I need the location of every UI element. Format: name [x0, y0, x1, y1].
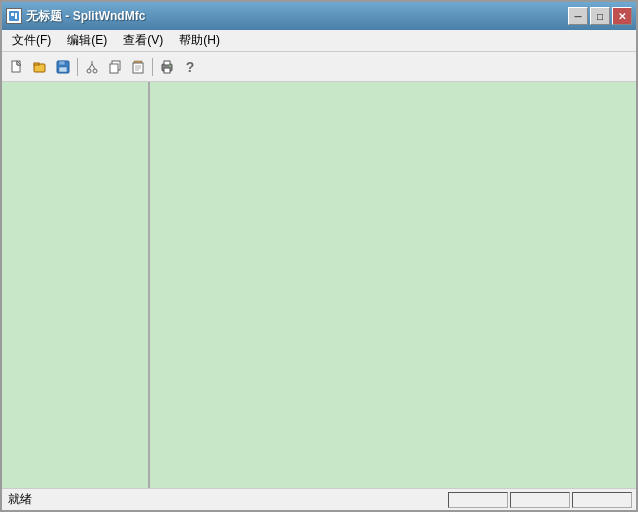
toolbar-sep-2 [152, 58, 153, 76]
status-panel-2 [510, 492, 570, 508]
status-panel-1 [448, 492, 508, 508]
copy-button[interactable] [104, 56, 126, 78]
restore-button[interactable]: □ [590, 7, 610, 25]
svg-line-12 [89, 64, 92, 69]
open-button[interactable] [29, 56, 51, 78]
svg-rect-8 [59, 61, 65, 65]
minimize-button[interactable]: ─ [568, 7, 588, 25]
svg-rect-1 [11, 13, 14, 16]
status-panels [448, 492, 632, 508]
toolbar-sep-1 [77, 58, 78, 76]
svg-rect-16 [110, 64, 118, 73]
title-bar-left: 无标题 - SplitWndMfc [6, 8, 145, 25]
menu-file[interactable]: 文件(F) [4, 30, 59, 51]
cut-button[interactable] [81, 56, 103, 78]
svg-rect-24 [164, 68, 170, 73]
menu-help[interactable]: 帮助(H) [171, 30, 228, 51]
svg-line-13 [92, 64, 95, 69]
title-bar: 无标题 - SplitWndMfc ─ □ ✕ [2, 2, 636, 30]
status-text: 就绪 [6, 491, 448, 508]
left-pane [2, 82, 150, 488]
svg-rect-6 [34, 63, 39, 65]
toolbar: ? [2, 52, 636, 82]
window-controls: ─ □ ✕ [568, 7, 632, 25]
save-button[interactable] [52, 56, 74, 78]
svg-point-10 [87, 69, 91, 73]
main-window: 无标题 - SplitWndMfc ─ □ ✕ 文件(F) 编辑(E) 查看(V… [0, 0, 638, 512]
svg-point-11 [93, 69, 97, 73]
content-area [2, 82, 636, 488]
menu-view[interactable]: 查看(V) [115, 30, 171, 51]
print-button[interactable] [156, 56, 178, 78]
new-button[interactable] [6, 56, 28, 78]
svg-point-25 [169, 65, 171, 67]
status-bar: 就绪 [2, 488, 636, 510]
about-button[interactable]: ? [179, 56, 201, 78]
menu-edit[interactable]: 编辑(E) [59, 30, 115, 51]
window-title: 无标题 - SplitWndMfc [26, 8, 145, 25]
app-icon [6, 8, 22, 24]
right-pane [150, 82, 636, 488]
svg-rect-23 [164, 61, 170, 65]
menu-bar: 文件(F) 编辑(E) 查看(V) 帮助(H) [2, 30, 636, 52]
svg-rect-2 [15, 13, 17, 19]
status-panel-3 [572, 492, 632, 508]
close-button[interactable]: ✕ [612, 7, 632, 25]
svg-rect-9 [59, 67, 67, 72]
paste-button[interactable] [127, 56, 149, 78]
